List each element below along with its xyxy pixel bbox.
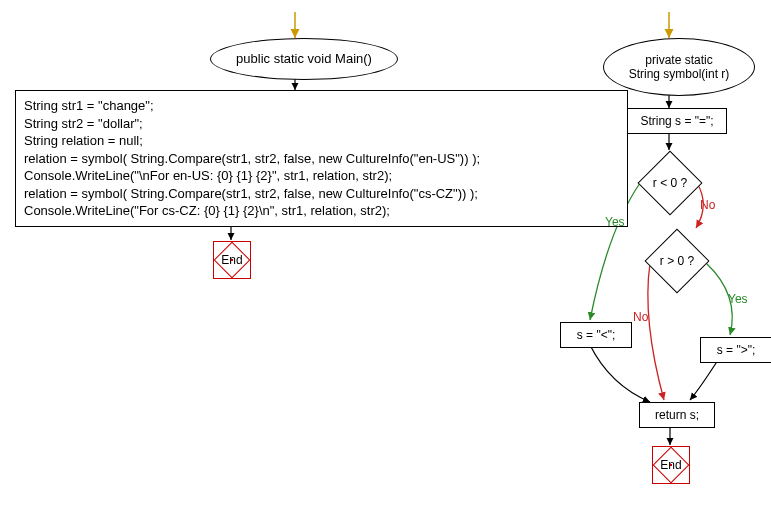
main-body-box: String str1 = "change";String str2 = "do…: [15, 90, 628, 227]
symbol-oval-label: private static String symbol(int r): [629, 53, 730, 82]
code-line: String relation = null;: [24, 132, 619, 150]
assign-lt-box: s = "<";: [560, 322, 632, 348]
decision-r-gt-0-label: r > 0 ?: [655, 239, 699, 283]
code-line: relation = symbol( String.Compare(str1, …: [24, 185, 619, 203]
return-box: return s;: [639, 402, 715, 428]
main-oval-label: public static void Main(): [236, 51, 372, 67]
code-line: relation = symbol( String.Compare(str1, …: [24, 150, 619, 168]
edge-no-2: No: [633, 310, 648, 324]
flowchart-canvas: public static void Main() String str1 = …: [0, 0, 771, 513]
edge-yes-2: Yes: [728, 292, 748, 306]
main-oval: public static void Main(): [210, 38, 398, 80]
return-label: return s;: [655, 407, 699, 423]
assign-gt-box: s = ">";: [700, 337, 771, 363]
decision-r-gt-0: r > 0 ?: [644, 228, 709, 293]
decision-r-lt-0: r < 0 ?: [637, 150, 702, 215]
main-end-label: End: [221, 253, 242, 267]
code-line: Console.WriteLine("For cs-CZ: {0} {1} {2…: [24, 202, 619, 220]
edge-yes-1: Yes: [605, 215, 625, 229]
assign-lt-label: s = "<";: [577, 327, 616, 343]
code-line: String str1 = "change";: [24, 97, 619, 115]
init-label: String s = "=";: [640, 113, 713, 129]
code-line: Console.WriteLine("\nFor en-US: {0} {1} …: [24, 167, 619, 185]
symbol-end: End: [652, 446, 690, 484]
code-line: String str2 = "dollar";: [24, 115, 619, 133]
symbol-end-label: End: [660, 458, 681, 472]
edge-no-1: No: [700, 198, 715, 212]
main-end: End: [213, 241, 251, 279]
init-box: String s = "=";: [627, 108, 727, 134]
symbol-oval: private static String symbol(int r): [603, 38, 755, 96]
decision-r-lt-0-label: r < 0 ?: [648, 161, 692, 205]
assign-gt-label: s = ">";: [717, 342, 756, 358]
